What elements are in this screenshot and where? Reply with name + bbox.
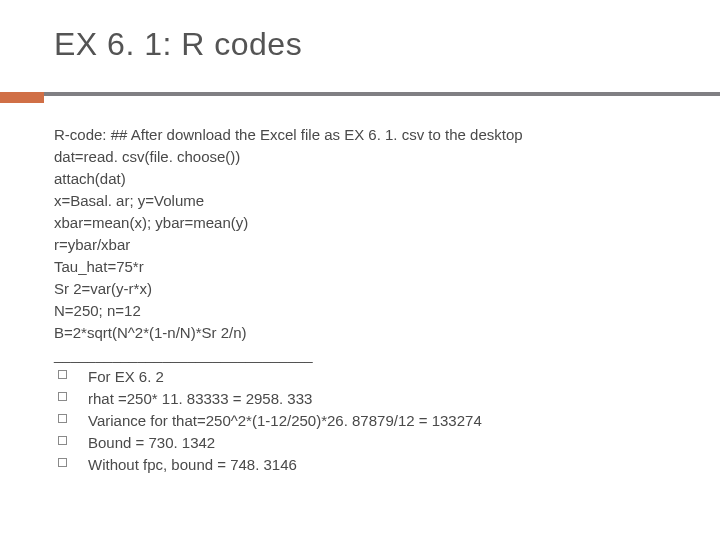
list-item: Without fpc, bound = 748. 3146 (88, 454, 680, 476)
code-line: dat=read. csv(file. choose()) (54, 146, 680, 168)
slide-body: R-code: ## After download the Excel file… (54, 124, 680, 476)
list-item-text: Without fpc, bound = 748. 3146 (88, 456, 297, 473)
code-line: N=250; n=12 (54, 300, 680, 322)
rule-accent (0, 92, 44, 103)
square-bullet-icon (58, 458, 67, 467)
slide-title: EX 6. 1: R codes (54, 26, 302, 63)
list-item: Variance for that=250^2*(1-12/250)*26. 8… (88, 410, 680, 432)
code-line: B=2*sqrt(N^2*(1-n/N)*Sr 2/n) (54, 322, 680, 344)
code-line: Tau_hat=75*r (54, 256, 680, 278)
bullet-list: For EX 6. 2 rhat =250* 11. 83333 = 2958.… (54, 366, 680, 476)
code-line: R-code: ## After download the Excel file… (54, 124, 680, 146)
code-line: _______________________________ (54, 344, 680, 366)
slide: EX 6. 1: R codes R-code: ## After downlo… (0, 0, 720, 540)
code-line: xbar=mean(x); ybar=mean(y) (54, 212, 680, 234)
square-bullet-icon (58, 414, 67, 423)
code-line: x=Basal. ar; y=Volume (54, 190, 680, 212)
square-bullet-icon (58, 370, 67, 379)
list-item-text: For EX 6. 2 (88, 368, 164, 385)
square-bullet-icon (58, 392, 67, 401)
list-item: Bound = 730. 1342 (88, 432, 680, 454)
list-item: rhat =250* 11. 83333 = 2958. 333 (88, 388, 680, 410)
code-line: Sr 2=var(y-r*x) (54, 278, 680, 300)
list-item-text: Bound = 730. 1342 (88, 434, 215, 451)
square-bullet-icon (58, 436, 67, 445)
list-item: For EX 6. 2 (88, 366, 680, 388)
code-line: attach(dat) (54, 168, 680, 190)
list-item-text: rhat =250* 11. 83333 = 2958. 333 (88, 390, 312, 407)
rule-line (0, 92, 720, 96)
list-item-text: Variance for that=250^2*(1-12/250)*26. 8… (88, 412, 482, 429)
title-rule (0, 92, 720, 96)
code-line: r=ybar/xbar (54, 234, 680, 256)
